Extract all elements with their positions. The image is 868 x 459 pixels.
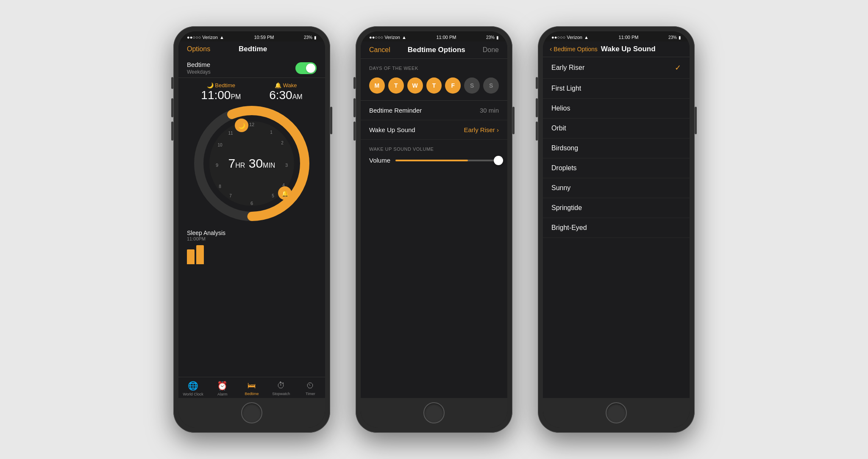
- bedtime-sub: Weekdays: [187, 69, 211, 75]
- wake-time-label: 🔔 Wake 6:30AM: [269, 82, 303, 102]
- bedtime-screen: Options Bedtime Bedtime Weekdays: [178, 41, 325, 398]
- power-button[interactable]: [330, 107, 332, 134]
- sound-helios-name: Helios: [551, 105, 570, 112]
- bedtime-value: 11:00PM: [201, 88, 241, 102]
- sleep-bar-2: [196, 245, 204, 264]
- sound-helios[interactable]: Helios: [543, 99, 690, 119]
- bedtime-tab-icon: 🛏: [248, 381, 256, 390]
- tab-world-clock-label: World Clock: [183, 392, 203, 396]
- mute-button[interactable]: [171, 77, 173, 89]
- volume-up-button[interactable]: [171, 98, 173, 117]
- sound-springtide[interactable]: Springtide: [543, 198, 690, 218]
- status-bar-2: ●●○○○ Verizon ▲ 11:00 PM 23% ▮: [361, 31, 507, 41]
- home-button-1[interactable]: [241, 402, 262, 423]
- tab-world-clock[interactable]: 🌐 World Clock: [178, 381, 208, 396]
- carrier-1: ●●○○○ Verizon: [187, 35, 218, 40]
- carrier-3: ●●○○○ Verizon: [551, 35, 582, 40]
- tab-timer[interactable]: ⏲ Timer: [296, 381, 325, 396]
- volume-section-header: WAKE UP SOUND VOLUME: [361, 140, 507, 154]
- mute-button-2[interactable]: [353, 77, 356, 89]
- day-monday[interactable]: M: [369, 77, 385, 94]
- bedtime-row: Bedtime Weekdays: [178, 57, 325, 78]
- home-button-area-3: [543, 398, 690, 428]
- cancel-button[interactable]: Cancel: [369, 46, 390, 54]
- sound-sunny[interactable]: Sunny: [543, 178, 690, 198]
- sound-orbit[interactable]: Orbit: [543, 119, 690, 138]
- done-button[interactable]: Done: [483, 46, 499, 54]
- tab-stopwatch[interactable]: ⏱ Stopwatch: [267, 381, 296, 396]
- phone-1: ●●○○○ Verizon ▲ 10:59 PM 23% ▮ Options B…: [173, 26, 330, 433]
- world-clock-icon: 🌐: [188, 381, 198, 391]
- sound-early-riser-check: ✓: [675, 63, 681, 72]
- day-saturday[interactable]: S: [464, 77, 480, 94]
- time-labels: 🌙 Bedtime 11:00PM 🔔 Wake 6:30AM: [178, 82, 325, 102]
- tab-alarm-label: Alarm: [217, 392, 228, 396]
- sound-first-light[interactable]: First Light: [543, 79, 690, 99]
- volume-slider[interactable]: [395, 160, 499, 161]
- status-left-1: ●●○○○ Verizon ▲: [187, 35, 224, 40]
- clock-ring[interactable]: 12 3 6 9 1 2 4 5 7 8 10 11: [192, 104, 311, 223]
- tab-alarm[interactable]: ⏰ Alarm: [208, 381, 237, 396]
- svg-text:1: 1: [270, 130, 273, 135]
- power-button-2[interactable]: [512, 107, 515, 134]
- volume-slider-fill: [395, 160, 468, 161]
- sound-bright-eyed[interactable]: Bright-Eyed: [543, 218, 690, 238]
- tab-bedtime[interactable]: 🛏 Bedtime: [237, 381, 266, 396]
- battery-2: 23%: [486, 35, 495, 40]
- phone-1-screen: ●●○○○ Verizon ▲ 10:59 PM 23% ▮ Options B…: [178, 31, 325, 428]
- battery-icon-3: ▮: [679, 35, 681, 40]
- day-friday[interactable]: F: [445, 77, 461, 94]
- clock-area: 🌙 Bedtime 11:00PM 🔔 Wake 6:30AM: [178, 78, 325, 377]
- bedtime-time-label: 🌙 Bedtime 11:00PM: [201, 82, 241, 102]
- wakeup-nav: ‹ Bedtime Options Wake Up Sound: [543, 41, 690, 57]
- home-button-2[interactable]: [423, 402, 445, 423]
- volume-down-button[interactable]: [171, 122, 173, 141]
- bedtime-toggle[interactable]: [295, 62, 317, 74]
- options-nav-title: Bedtime Options: [408, 46, 465, 54]
- wake-sound-row[interactable]: Wake Up Sound Early Riser ›: [361, 120, 507, 140]
- volume-section: Volume: [361, 154, 507, 171]
- mute-button-3[interactable]: [536, 77, 538, 89]
- day-tuesday[interactable]: T: [388, 77, 404, 94]
- sleep-analysis-time: 11:00PM: [187, 236, 317, 241]
- volume-down-button-2[interactable]: [353, 122, 356, 141]
- volume-slider-thumb[interactable]: [494, 156, 503, 165]
- sound-birdsong[interactable]: Birdsong: [543, 138, 690, 158]
- wake-sound-label: Wake Up Sound: [369, 126, 415, 133]
- svg-text:3: 3: [285, 163, 288, 168]
- svg-text:2: 2: [281, 141, 284, 145]
- sleep-analysis-title: Sleep Analysis: [187, 230, 317, 236]
- status-bar-1: ●●○○○ Verizon ▲ 10:59 PM 23% ▮: [178, 31, 325, 41]
- day-sunday[interactable]: S: [483, 77, 499, 94]
- days-section-header: DAYS OF THE WEEK: [361, 59, 507, 73]
- volume-up-button-2[interactable]: [353, 98, 356, 117]
- back-button[interactable]: ‹ Bedtime Options: [550, 45, 598, 53]
- battery-1: 23%: [304, 35, 312, 40]
- bedtime-label: Bedtime: [187, 61, 211, 68]
- volume-down-button-3[interactable]: [536, 122, 538, 141]
- phones-container: ●●○○○ Verizon ▲ 10:59 PM 23% ▮ Options B…: [173, 26, 695, 433]
- home-button-3[interactable]: [606, 402, 627, 423]
- home-button-area-2: [361, 398, 507, 428]
- status-bar-3: ●●○○○ Verizon ▲ 11:00 PM 23% ▮: [543, 31, 690, 41]
- sound-droplets[interactable]: Droplets: [543, 158, 690, 178]
- day-wednesday[interactable]: W: [407, 77, 423, 94]
- volume-up-button-3[interactable]: [536, 98, 538, 117]
- sleep-bars: [187, 243, 317, 264]
- power-button-3[interactable]: [695, 107, 697, 134]
- time-2: 11:00 PM: [436, 35, 456, 40]
- sound-sunny-name: Sunny: [551, 184, 570, 192]
- phone1-nav-title: Bedtime: [239, 45, 267, 53]
- time-3: 11:00 PM: [618, 35, 638, 40]
- sound-first-light-name: First Light: [551, 85, 581, 92]
- tab-stopwatch-label: Stopwatch: [272, 392, 290, 396]
- sound-early-riser[interactable]: Early Riser ✓: [543, 57, 690, 79]
- stopwatch-icon: ⏱: [277, 381, 285, 390]
- bedtime-reminder-row[interactable]: Bedtime Reminder 30 min: [361, 101, 507, 120]
- day-thursday[interactable]: T: [426, 77, 442, 94]
- options-button[interactable]: Options: [187, 45, 210, 53]
- wakeup-nav-title: Wake Up Sound: [601, 45, 656, 53]
- duration-text: 7HR 30MIN: [228, 156, 275, 171]
- wifi-icon-3: ▲: [584, 35, 589, 40]
- svg-text:5: 5: [272, 194, 274, 198]
